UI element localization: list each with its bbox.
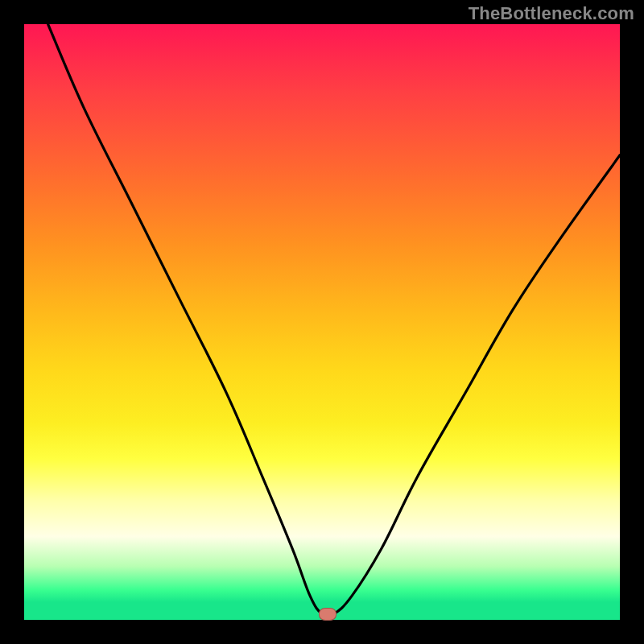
watermark-label: TheBottleneck.com <box>469 3 634 24</box>
chart-frame: TheBottleneck.com <box>0 0 644 644</box>
bottleneck-curve <box>24 24 620 620</box>
optimal-point-marker <box>319 608 336 621</box>
plot-area <box>24 24 620 620</box>
